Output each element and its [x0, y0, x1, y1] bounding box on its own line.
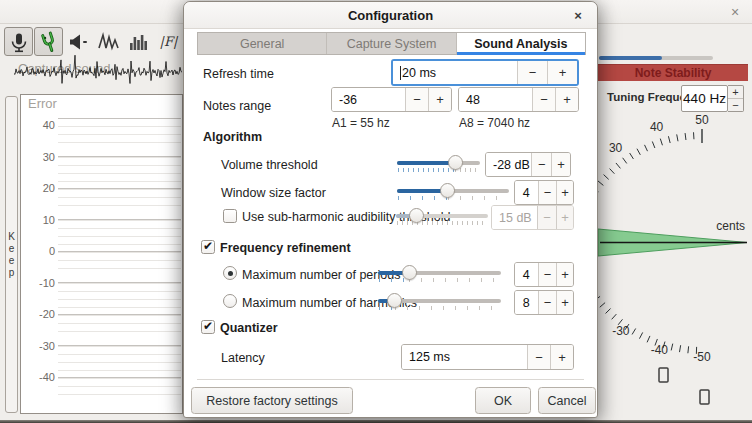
cancel-button[interactable]: Cancel — [538, 387, 596, 414]
main-window-close-icon[interactable]: × — [726, 3, 744, 21]
algorithm-heading: Algorithm — [203, 130, 262, 144]
dial-label-50: 50 — [695, 113, 709, 127]
dialog-close-icon[interactable]: × — [569, 7, 587, 25]
subharmonic-plus-button: + — [556, 206, 573, 229]
subharmonic-spinbox: 15 dB − + — [491, 205, 574, 230]
max-harmonics-plus-button[interactable]: + — [556, 291, 573, 314]
error-axis-tick: 0 — [29, 245, 55, 257]
dial-label-40: 40 — [650, 120, 664, 134]
waveform-icon — [97, 30, 121, 54]
notes-high-minus-button[interactable]: − — [532, 88, 555, 111]
captured-sound-waveform — [14, 55, 184, 91]
refresh-time-plus-button[interactable]: + — [547, 61, 577, 84]
max-harmonics-minus-button[interactable]: − — [538, 291, 557, 314]
microphone-toggle-button[interactable] — [4, 27, 33, 56]
volume-threshold-slider[interactable] — [397, 154, 480, 172]
waveform-tool-button[interactable] — [94, 27, 123, 56]
subharmonic-slider[interactable] — [396, 207, 488, 225]
max-periods-value[interactable]: 4 — [515, 263, 538, 286]
speaker-icon — [67, 30, 91, 54]
quantizer-label: Quantizer — [220, 321, 278, 335]
subharmonic-checkbox[interactable] — [223, 209, 237, 223]
notes-range-high-value[interactable]: 48 — [459, 88, 532, 111]
text-caret — [400, 66, 401, 80]
latency-minus-button[interactable]: − — [527, 345, 550, 369]
tuner-toggle-button[interactable] — [34, 27, 63, 56]
slider-handle[interactable] — [402, 265, 417, 280]
volume-tool-button[interactable] — [64, 27, 93, 56]
frequency-refinement-checkbox[interactable] — [201, 240, 215, 254]
volume-threshold-spinbox: -28 dB − + — [485, 152, 571, 177]
quantizer-checkbox[interactable] — [201, 320, 215, 334]
tab-capture-system[interactable]: Capture System — [327, 33, 456, 54]
window-size-minus-button[interactable]: − — [538, 181, 557, 204]
keep-button-label: Keep — [6, 231, 17, 279]
subharmonic-value: 15 dB — [492, 206, 537, 229]
refresh-time-spinbox: 20 ms − + — [391, 59, 579, 86]
notes-high-plus-button[interactable]: + — [555, 88, 578, 111]
max-periods-slider[interactable] — [378, 264, 501, 282]
refresh-time-value[interactable]: 20 ms — [393, 61, 517, 84]
frequency-refinement-label: Frequency refinement — [220, 241, 351, 255]
latency-label: Latency — [221, 351, 265, 365]
error-axis-tick: 20 — [29, 182, 55, 194]
volume-threshold-minus-button[interactable]: − — [531, 153, 551, 176]
tuning-frequency-field[interactable]: 440 Hz — [681, 85, 728, 112]
error-axis-tick: -20 — [29, 308, 55, 320]
configuration-dialog: Configuration × General Capture System S… — [183, 1, 598, 418]
latency-plus-button[interactable]: + — [550, 345, 573, 369]
max-harmonics-spinbox: 8 − + — [514, 290, 574, 315]
keep-button[interactable]: Keep — [5, 96, 18, 413]
restore-factory-settings-button[interactable]: Restore factory settings — [191, 387, 353, 414]
max-periods-minus-button[interactable]: − — [538, 263, 557, 286]
volume-threshold-label: Volume threshold — [221, 158, 318, 172]
max-periods-radio[interactable] — [223, 266, 237, 280]
spectrum-tool-button[interactable] — [124, 27, 153, 56]
slider-handle[interactable] — [387, 293, 402, 308]
notes-low-minus-button[interactable]: − — [405, 88, 428, 111]
ok-button[interactable]: OK — [475, 387, 531, 414]
error-plot-grid — [58, 117, 181, 407]
footer-separator — [197, 379, 584, 380]
tab-sound-analysis[interactable]: Sound Analysis — [457, 33, 585, 54]
dialog-title: Configuration — [184, 8, 597, 23]
note-stability-label: Note Stability — [635, 66, 712, 80]
notes-range-label: Notes range — [203, 99, 271, 113]
tab-general[interactable]: General — [198, 33, 327, 54]
tuning-frequency-stepper: + − — [728, 85, 744, 112]
microphone-icon — [7, 30, 31, 54]
window-size-plus-button[interactable]: + — [556, 181, 573, 204]
window-size-factor-spinbox: 4 − + — [514, 180, 574, 205]
max-harmonics-radio[interactable] — [223, 294, 237, 308]
fourier-tool-button[interactable]: |F| — [154, 27, 183, 56]
volume-threshold-value[interactable]: -28 dB — [486, 153, 531, 176]
notes-low-plus-button[interactable]: + — [428, 88, 451, 111]
histogram-icon — [127, 30, 151, 54]
max-periods-label: Maximum number of periods — [242, 268, 400, 282]
max-harmonics-value[interactable]: 8 — [515, 291, 538, 314]
tuning-fork-icon — [37, 30, 61, 54]
dialog-titlebar[interactable]: Configuration × — [184, 2, 597, 29]
error-axis-tick: -40 — [29, 371, 55, 383]
notes-range-high-spinbox: 48 − + — [458, 87, 579, 112]
notes-range-high-note: A8 = 7040 hz — [459, 116, 530, 130]
notes-range-low-note: A1 = 55 hz — [332, 116, 390, 130]
tuning-frequency-up-button[interactable]: + — [728, 86, 743, 99]
max-harmonics-slider[interactable] — [378, 292, 501, 310]
slider-handle[interactable] — [448, 155, 463, 170]
window-size-factor-value[interactable]: 4 — [515, 181, 538, 204]
tuning-dial: 50 40 30 -30 -40 -50 cents — [598, 110, 752, 410]
window-size-factor-slider[interactable] — [397, 182, 509, 200]
volume-threshold-plus-button[interactable]: + — [551, 153, 570, 176]
latency-value[interactable]: 125 ms — [402, 345, 527, 369]
error-axis-tick: 40 — [29, 119, 55, 131]
input-volume-bar — [599, 56, 713, 60]
max-periods-plus-button[interactable]: + — [556, 263, 573, 286]
notes-range-low-value[interactable]: -36 — [332, 88, 405, 111]
latency-spinbox: 125 ms − + — [401, 344, 574, 370]
dialog-tabbar: General Capture System Sound Analysis — [197, 32, 586, 55]
note-stability-bar: Note Stability — [598, 64, 748, 81]
refresh-time-minus-button[interactable]: − — [517, 61, 547, 84]
formula-f-icon: |F| — [160, 34, 178, 49]
error-axis-tick: 10 — [29, 214, 55, 226]
